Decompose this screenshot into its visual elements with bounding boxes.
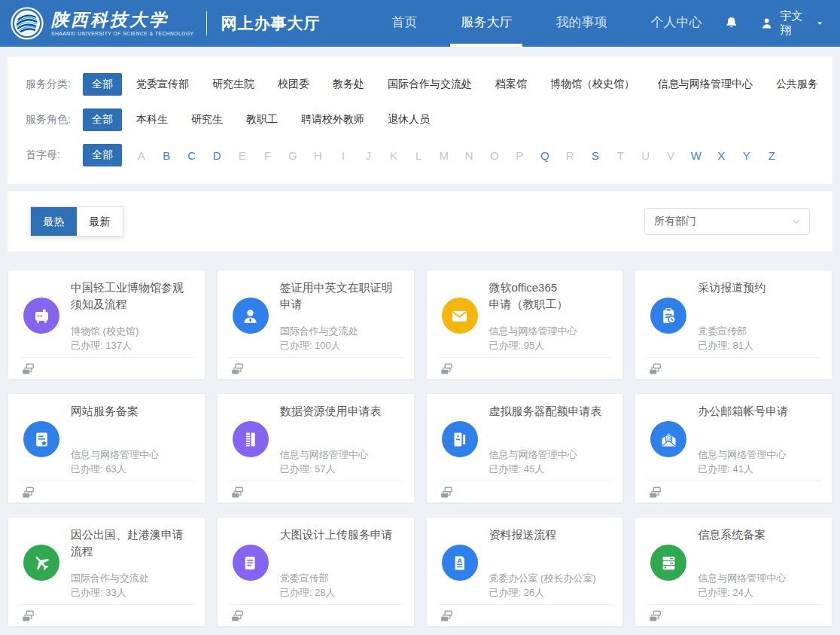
- filter-chip[interactable]: 全部: [83, 73, 122, 96]
- filter-row-initial: 首字母: 全部 ABCDEFGHIJKLMNOPQRSTUVWXYZ: [26, 144, 814, 166]
- flow-icon[interactable]: [231, 610, 244, 622]
- initial-letter[interactable]: Y: [734, 149, 759, 162]
- card-handled-count: 已办理: 26人: [489, 585, 613, 600]
- category-chips: 全部党委宣传部研究生院校团委教务处国际合作与交流处档案馆博物馆（校史馆）信息与网…: [83, 73, 840, 96]
- card-main: 网站服务备案 信息与网络管理中心 已办理: 63人: [8, 394, 205, 476]
- initial-letter: F: [255, 149, 281, 162]
- flow-icon[interactable]: [440, 363, 453, 375]
- flow-icon[interactable]: [649, 487, 662, 499]
- initial-letter: K: [381, 149, 406, 162]
- initial-letter[interactable]: D: [205, 149, 230, 162]
- flow-icon[interactable]: [649, 363, 662, 375]
- user-menu[interactable]: 宇文翔: [759, 9, 823, 38]
- filter-chip[interactable]: 研究生: [182, 108, 232, 131]
- nav-item-首页[interactable]: 首页: [384, 0, 425, 47]
- flow-icon[interactable]: [231, 487, 244, 499]
- nav-item-我的事项[interactable]: 我的事项: [548, 0, 614, 47]
- department-select[interactable]: 所有部门: [644, 208, 810, 235]
- filter-chip[interactable]: 教务处: [324, 73, 373, 96]
- initial-letter[interactable]: S: [583, 149, 608, 162]
- card-title: 虚拟服务器配额申请表: [489, 403, 613, 446]
- card-main: 信息系统备案 信息与网络管理中心 已办理: 24人: [635, 517, 832, 600]
- filter-chip[interactable]: 退休人员: [379, 108, 439, 131]
- service-card[interactable]: A 资料报送流程 党委办公室 (校长办公室) 已办理: 26人: [426, 517, 624, 627]
- card-info: 因公出国、赴港澳申请流程 国际合作与交流处 已办理: 33人: [71, 527, 194, 600]
- nav-item-服务大厅[interactable]: 服务大厅: [453, 0, 519, 47]
- service-card[interactable]: 采访报道预约 党委宣传部 已办理: 81人: [635, 270, 832, 380]
- card-department: 党委办公室 (校长办公室): [489, 571, 613, 585]
- card-handled-count: 已办理: 57人: [280, 462, 403, 476]
- filter-chip[interactable]: 档案馆: [486, 73, 536, 96]
- card-title: 微软office365 申请（教职工）: [489, 279, 613, 322]
- filter-chip[interactable]: 公共服务: [767, 73, 827, 96]
- initial-letter[interactable]: Z: [759, 149, 785, 162]
- sort-tab[interactable]: 最热: [31, 207, 77, 236]
- doc-star-icon: [23, 421, 59, 457]
- filter-chip[interactable]: 教职工: [237, 108, 287, 131]
- card-info: 采访报道预约 党委宣传部 已办理: 81人: [698, 279, 821, 353]
- service-card[interactable]: @ 办公邮箱帐号申请 信息与网络管理中心 已办理: 41人: [635, 393, 832, 503]
- initial-letter[interactable]: Q: [532, 149, 558, 162]
- flow-icon[interactable]: [440, 487, 453, 499]
- card-info: 资料报送流程 党委办公室 (校长办公室) 已办理: 26人: [489, 527, 613, 600]
- initial-all-chip[interactable]: 全部: [83, 144, 122, 166]
- filter-chip[interactable]: 全部: [83, 108, 122, 131]
- service-card[interactable]: 因公出国、赴港澳申请流程 国际合作与交流处 已办理: 33人: [8, 517, 205, 627]
- service-card[interactable]: 大图设计上传服务申请 党委宣传部 已办理: 28人: [217, 517, 415, 627]
- plane-icon: [23, 545, 59, 581]
- notifications-bell-icon[interactable]: [723, 14, 740, 32]
- user-icon: [759, 15, 774, 32]
- card-handled-count: 已办理: 95人: [489, 338, 613, 353]
- filter-chip[interactable]: 本科生: [127, 108, 177, 131]
- flow-icon[interactable]: [22, 363, 35, 375]
- service-card[interactable]: 中国轻工业博物馆参观须知及流程 博物馆 (校史馆) 已办理: 137人: [8, 270, 205, 380]
- card-title: 大图设计上传服务申请: [280, 527, 403, 569]
- service-card[interactable]: 签证用中英文在职证明申请 国际合作与交流处 已办理: 100人: [217, 270, 415, 380]
- card-footer: [647, 357, 821, 379]
- service-card[interactable]: 数据资源使用申请表 信息与网络管理中心 已办理: 57人: [217, 393, 415, 503]
- card-handled-count: 已办理: 33人: [71, 585, 194, 600]
- initial-letter[interactable]: C: [179, 149, 205, 162]
- card-footer: [439, 604, 613, 626]
- svg-text:A: A: [458, 557, 462, 563]
- initial-letter: I: [330, 149, 356, 162]
- service-card[interactable]: 网站服务备案 信息与网络管理中心 已办理: 63人: [8, 393, 205, 503]
- service-card[interactable]: 微软office365 申请（教职工） 信息与网络管理中心 已办理: 95人: [426, 270, 624, 380]
- department-select-value: 所有部门: [654, 215, 696, 228]
- filter-chip[interactable]: 聘请校外教师: [292, 108, 373, 131]
- flow-icon[interactable]: [649, 610, 662, 622]
- svg-text:@: @: [666, 435, 671, 441]
- card-info: 中国轻工业博物馆参观须知及流程 博物馆 (校史馆) 已办理: 137人: [71, 279, 194, 353]
- filter-chip[interactable]: 党委宣传部: [127, 73, 198, 96]
- service-card[interactable]: 信息系统备案 信息与网络管理中心 已办理: 24人: [635, 517, 832, 627]
- service-card[interactable]: 虚拟服务器配额申请表 信息与网络管理中心 已办理: 45人: [426, 393, 624, 503]
- initial-letter[interactable]: X: [709, 149, 735, 162]
- filter-chip[interactable]: 研究生院: [203, 73, 263, 96]
- sort-tab[interactable]: 最新: [77, 207, 123, 236]
- flow-icon[interactable]: [22, 610, 35, 622]
- card-handled-count: 已办理: 28人: [280, 585, 403, 600]
- initial-letter: G: [280, 149, 306, 162]
- card-title: 签证用中英文在职证明申请: [280, 279, 403, 322]
- university-logo[interactable]: 陕西科技大学 SHAANXI UNIVERSITY OF SCIENCE & T…: [11, 7, 194, 40]
- initial-letter[interactable]: W: [683, 149, 709, 162]
- flow-icon[interactable]: [22, 487, 35, 499]
- card-footer: [230, 357, 403, 379]
- sort-toolbar: 最热最新 所有部门: [8, 191, 832, 252]
- filter-chip[interactable]: 电控学院: [832, 73, 840, 96]
- initial-letter[interactable]: B: [154, 149, 180, 162]
- filter-chip[interactable]: 信息与网络管理中心: [649, 73, 762, 96]
- filter-chip[interactable]: 校团委: [269, 73, 318, 96]
- filter-chip[interactable]: 博物馆（校史馆）: [541, 73, 644, 96]
- card-footer: [230, 481, 403, 502]
- card-footer: [20, 604, 194, 626]
- flow-icon[interactable]: [231, 363, 244, 375]
- filter-chip[interactable]: 国际合作与交流处: [379, 73, 481, 96]
- card-department: 党委宣传部: [698, 324, 821, 338]
- nav-item-个人中心[interactable]: 个人中心: [643, 0, 709, 47]
- initial-letter: R: [558, 149, 583, 162]
- filter-row-role: 服务角色: 全部本科生研究生教职工聘请校外教师退休人员: [26, 108, 814, 131]
- flow-icon[interactable]: [440, 610, 453, 622]
- card-footer: [20, 357, 194, 379]
- university-logo-icon: [11, 7, 44, 40]
